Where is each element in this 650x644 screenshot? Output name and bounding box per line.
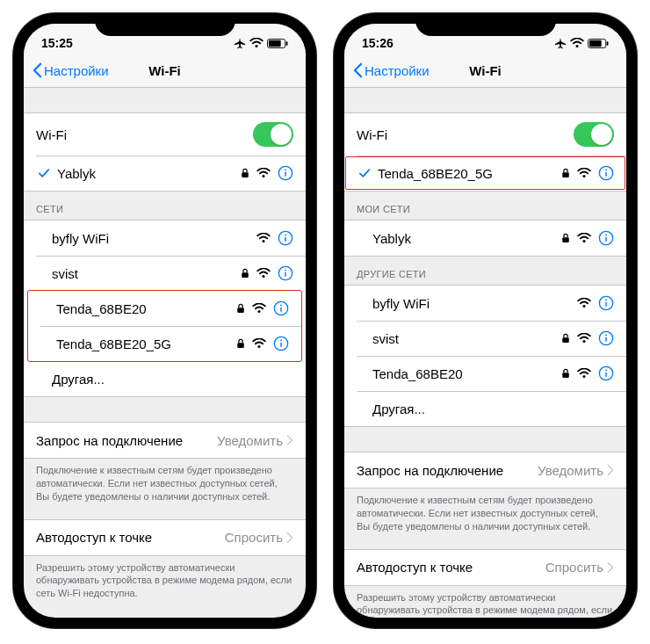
status-time: 15:26: [362, 36, 394, 50]
nav-title: Wi-Fi: [148, 63, 181, 78]
network-row[interactable]: Tenda_68BE20_5G: [28, 326, 301, 361]
ask-label: Запрос на подключение: [357, 463, 538, 478]
screen: 15:26 Настройки Wi-Fi Wi-Fi: [344, 24, 626, 618]
wifi-icon: [249, 38, 264, 48]
lock-icon: [241, 168, 249, 178]
chevron-left-icon: [353, 62, 363, 78]
notch: [415, 13, 556, 36]
chevron-right-icon: [286, 434, 293, 446]
lock-icon: [236, 303, 245, 314]
back-button[interactable]: Настройки: [32, 62, 109, 78]
nav-title: Wi-Fi: [469, 63, 502, 78]
wifi-icon: [577, 298, 591, 308]
connected-name: Yablyk: [57, 166, 241, 181]
highlighted-networks: Tenda_68BE20 Tenda_68BE20_5G: [27, 290, 302, 362]
networks-header: СЕТИ: [24, 192, 306, 220]
other-label: Другая...: [372, 402, 614, 416]
network-row[interactable]: svist: [24, 256, 306, 291]
check-icon: [36, 167, 52, 179]
wifi-icon: [577, 233, 591, 243]
ask-to-join-row[interactable]: Запрос на подключение Уведомить: [344, 452, 626, 488]
wifi-switch[interactable]: [574, 122, 614, 147]
my-networks-header: МОИ СЕТИ: [344, 192, 626, 220]
other-network-row[interactable]: Другая...: [24, 361, 306, 396]
network-row[interactable]: byfly WiFi: [344, 286, 626, 321]
info-icon[interactable]: [278, 165, 293, 181]
info-icon[interactable]: [598, 295, 614, 311]
network-name: svist: [52, 266, 241, 281]
battery-icon: [267, 39, 288, 48]
info-icon[interactable]: [273, 300, 289, 316]
content: Wi-Fi Yablyk СЕТИ byfly WiFi: [24, 88, 306, 600]
lock-icon: [236, 338, 245, 349]
lock-icon: [241, 268, 249, 279]
network-name: Tenda_68BE20_5G: [56, 336, 236, 351]
other-network-row[interactable]: Другая...: [344, 391, 626, 426]
check-icon: [357, 167, 372, 179]
lock-icon: [561, 368, 570, 379]
battery-icon: [588, 39, 609, 48]
wifi-label: Wi-Fi: [357, 127, 574, 142]
wifi-icon: [256, 168, 271, 178]
info-icon[interactable]: [598, 165, 614, 181]
nav-bar: Настройки Wi-Fi: [24, 57, 306, 88]
wifi-icon: [256, 268, 271, 279]
wifi-switch[interactable]: [253, 122, 293, 147]
network-row[interactable]: byfly WiFi: [24, 221, 306, 256]
wifi-icon: [577, 368, 591, 379]
hotspot-row[interactable]: Автодоступ к точке Спросить: [344, 550, 626, 585]
status-right: [554, 37, 609, 49]
network-row[interactable]: Tenda_68BE20: [344, 356, 626, 391]
wifi-icon: [577, 333, 591, 344]
ask-to-join-row[interactable]: Запрос на подключение Уведомить: [24, 423, 306, 458]
wifi-toggle-row[interactable]: Wi-Fi: [344, 113, 626, 156]
network-name: byfly WiFi: [52, 231, 256, 246]
lock-icon: [561, 168, 570, 178]
info-icon[interactable]: [598, 365, 614, 381]
ask-value: Уведомить: [217, 433, 283, 448]
chevron-right-icon: [607, 464, 614, 476]
wifi-icon: [252, 338, 266, 349]
wifi-icon: [570, 38, 584, 48]
hotspot-row[interactable]: Автодоступ к точке Спросить: [24, 520, 306, 555]
wifi-icon: [256, 233, 271, 243]
status-right: [234, 37, 288, 49]
airplane-icon: [234, 37, 246, 49]
hotspot-value: Спросить: [225, 530, 283, 545]
wifi-icon: [252, 303, 266, 314]
wifi-icon: [577, 168, 591, 178]
network-name: Tenda_68BE20: [372, 366, 561, 381]
lock-icon: [561, 233, 570, 243]
info-icon[interactable]: [278, 230, 293, 246]
chevron-left-icon: [32, 62, 42, 78]
connected-network-row[interactable]: Tenda_68BE20_5G: [344, 156, 626, 191]
network-name: Tenda_68BE20: [56, 301, 236, 316]
ask-label: Запрос на подключение: [36, 433, 217, 448]
network-name: svist: [372, 331, 561, 346]
info-icon[interactable]: [598, 230, 614, 246]
networks-list: byfly WiFi svist Tenda: [24, 220, 306, 397]
hotspot-footer: Разрешить этому устройству автоматически…: [24, 556, 306, 601]
network-row[interactable]: Tenda_68BE20: [28, 291, 301, 326]
network-row[interactable]: svist: [344, 321, 626, 356]
hotspot-footer: Разрешить этому устройству автоматически…: [344, 586, 626, 618]
my-networks-list: Yablyk: [344, 220, 626, 257]
other-networks-header: ДРУГИЕ СЕТИ: [344, 257, 626, 285]
hotspot-label: Автодоступ к точке: [36, 530, 225, 545]
notch: [95, 13, 235, 36]
wifi-label: Wi-Fi: [36, 127, 253, 142]
nav-bar: Настройки Wi-Fi: [344, 57, 626, 88]
ask-footer: Подключение к известным сетям будет прои…: [344, 488, 626, 533]
info-icon[interactable]: [273, 336, 289, 351]
phone-left: 15:25 Настройки Wi-Fi Wi-Fi: [13, 13, 316, 628]
info-icon[interactable]: [278, 265, 293, 281]
phone-right: 15:26 Настройки Wi-Fi Wi-Fi: [334, 13, 637, 628]
lock-icon: [561, 333, 570, 344]
screen: 15:25 Настройки Wi-Fi Wi-Fi: [24, 24, 306, 618]
connected-network-row[interactable]: Yablyk: [24, 156, 306, 191]
back-button[interactable]: Настройки: [353, 62, 430, 78]
wifi-toggle-row[interactable]: Wi-Fi: [24, 113, 306, 156]
network-name: Yablyk: [372, 231, 561, 246]
info-icon[interactable]: [598, 330, 614, 346]
network-row[interactable]: Yablyk: [344, 221, 626, 256]
